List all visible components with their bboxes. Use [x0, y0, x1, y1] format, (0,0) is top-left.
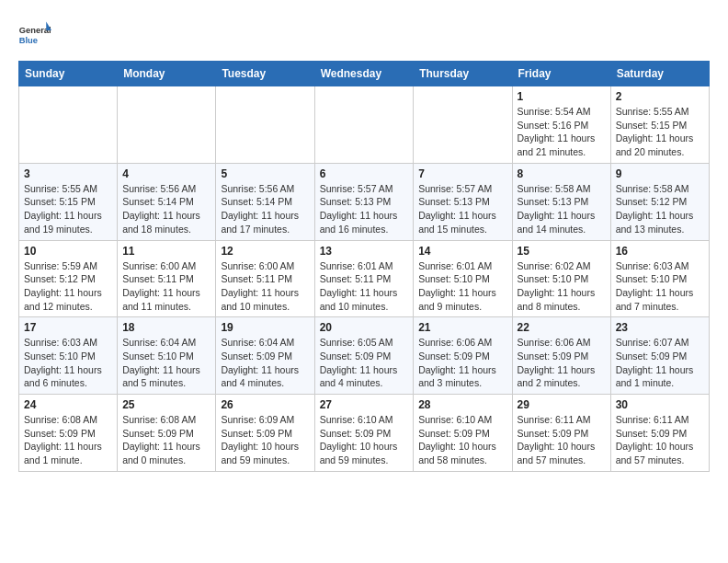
day-info: Sunrise: 6:03 AM Sunset: 5:10 PM Dayligh…: [24, 336, 112, 390]
day-info: Sunrise: 6:00 AM Sunset: 5:11 PM Dayligh…: [221, 259, 309, 314]
calendar-week-row: 10Sunrise: 5:59 AM Sunset: 5:12 PM Dayli…: [19, 240, 710, 317]
day-info: Sunrise: 6:06 AM Sunset: 5:09 PM Dayligh…: [418, 336, 506, 390]
weekday-header: Sunday: [19, 62, 118, 86]
day-number: 3: [24, 167, 112, 180]
calendar-cell: 12Sunrise: 6:00 AM Sunset: 5:11 PM Dayli…: [216, 240, 314, 317]
calendar-week-row: 3Sunrise: 5:55 AM Sunset: 5:15 PM Daylig…: [19, 163, 710, 240]
day-number: 24: [24, 398, 112, 411]
day-info: Sunrise: 6:01 AM Sunset: 5:10 PM Dayligh…: [418, 259, 506, 314]
day-number: 30: [616, 398, 704, 411]
day-number: 29: [518, 398, 606, 411]
calendar-cell: 8Sunrise: 5:58 AM Sunset: 5:13 PM Daylig…: [512, 163, 610, 240]
calendar-cell: 1Sunrise: 5:54 AM Sunset: 5:16 PM Daylig…: [512, 86, 610, 164]
day-number: 22: [518, 321, 606, 334]
day-info: Sunrise: 6:10 AM Sunset: 5:09 PM Dayligh…: [320, 413, 409, 467]
day-info: Sunrise: 6:10 AM Sunset: 5:09 PM Dayligh…: [418, 413, 506, 467]
day-number: 21: [418, 321, 506, 334]
day-info: Sunrise: 5:58 AM Sunset: 5:12 PM Dayligh…: [616, 182, 704, 236]
day-number: 15: [518, 245, 606, 258]
day-info: Sunrise: 6:04 AM Sunset: 5:10 PM Dayligh…: [122, 336, 210, 390]
calendar-cell: 3Sunrise: 5:55 AM Sunset: 5:15 PM Daylig…: [19, 163, 118, 240]
calendar-cell: [19, 86, 118, 164]
weekday-header-row: SundayMondayTuesdayWednesdayThursdayFrid…: [19, 62, 710, 86]
calendar-cell: 16Sunrise: 6:03 AM Sunset: 5:10 PM Dayli…: [610, 240, 709, 317]
calendar-cell: 27Sunrise: 6:10 AM Sunset: 5:09 PM Dayli…: [314, 395, 414, 472]
calendar-cell: [414, 86, 512, 164]
day-info: Sunrise: 5:57 AM Sunset: 5:13 PM Dayligh…: [418, 182, 506, 236]
day-number: 1: [518, 90, 606, 103]
calendar-cell: 2Sunrise: 5:55 AM Sunset: 5:15 PM Daylig…: [610, 86, 709, 164]
calendar-week-row: 1Sunrise: 5:54 AM Sunset: 5:16 PM Daylig…: [19, 86, 710, 164]
day-number: 8: [518, 167, 606, 180]
day-number: 25: [122, 398, 210, 411]
calendar-cell: 13Sunrise: 6:01 AM Sunset: 5:11 PM Dayli…: [314, 240, 414, 317]
calendar-cell: 29Sunrise: 6:11 AM Sunset: 5:09 PM Dayli…: [512, 395, 610, 472]
calendar-cell: [216, 86, 314, 164]
day-number: 5: [221, 167, 309, 180]
day-info: Sunrise: 6:08 AM Sunset: 5:09 PM Dayligh…: [122, 413, 210, 467]
weekday-header: Thursday: [414, 62, 512, 86]
day-info: Sunrise: 5:55 AM Sunset: 5:15 PM Dayligh…: [616, 105, 704, 159]
page-header: General Blue: [18, 18, 710, 52]
day-number: 9: [616, 167, 704, 180]
day-number: 4: [122, 167, 210, 180]
day-info: Sunrise: 5:58 AM Sunset: 5:13 PM Dayligh…: [518, 182, 606, 236]
day-info: Sunrise: 5:57 AM Sunset: 5:13 PM Dayligh…: [320, 182, 409, 236]
calendar-cell: 24Sunrise: 6:08 AM Sunset: 5:09 PM Dayli…: [19, 395, 118, 472]
calendar-cell: 17Sunrise: 6:03 AM Sunset: 5:10 PM Dayli…: [19, 317, 118, 395]
day-number: 13: [320, 245, 409, 258]
day-info: Sunrise: 6:11 AM Sunset: 5:09 PM Dayligh…: [616, 413, 704, 467]
calendar-table: SundayMondayTuesdayWednesdayThursdayFrid…: [18, 61, 710, 472]
day-info: Sunrise: 6:03 AM Sunset: 5:10 PM Dayligh…: [616, 259, 704, 314]
day-number: 26: [221, 398, 309, 411]
day-number: 20: [320, 321, 409, 334]
logo: General Blue: [18, 18, 57, 52]
weekday-header: Friday: [512, 62, 610, 86]
day-info: Sunrise: 6:07 AM Sunset: 5:09 PM Dayligh…: [616, 336, 704, 390]
logo-icon: General Blue: [18, 18, 51, 52]
calendar-week-row: 17Sunrise: 6:03 AM Sunset: 5:10 PM Dayli…: [19, 317, 710, 395]
day-number: 18: [122, 321, 210, 334]
day-info: Sunrise: 6:06 AM Sunset: 5:09 PM Dayligh…: [518, 336, 606, 390]
day-number: 19: [221, 321, 309, 334]
day-number: 6: [320, 167, 409, 180]
calendar-cell: [118, 86, 216, 164]
calendar-cell: 30Sunrise: 6:11 AM Sunset: 5:09 PM Dayli…: [610, 395, 709, 472]
day-info: Sunrise: 6:00 AM Sunset: 5:11 PM Dayligh…: [122, 259, 210, 314]
calendar-cell: 20Sunrise: 6:05 AM Sunset: 5:09 PM Dayli…: [314, 317, 414, 395]
calendar-cell: 21Sunrise: 6:06 AM Sunset: 5:09 PM Dayli…: [414, 317, 512, 395]
svg-text:Blue: Blue: [19, 36, 38, 45]
day-number: 23: [616, 321, 704, 334]
calendar-cell: 10Sunrise: 5:59 AM Sunset: 5:12 PM Dayli…: [19, 240, 118, 317]
day-info: Sunrise: 5:56 AM Sunset: 5:14 PM Dayligh…: [122, 182, 210, 236]
calendar-cell: 25Sunrise: 6:08 AM Sunset: 5:09 PM Dayli…: [118, 395, 216, 472]
calendar-cell: 9Sunrise: 5:58 AM Sunset: 5:12 PM Daylig…: [610, 163, 709, 240]
calendar-cell: 5Sunrise: 5:56 AM Sunset: 5:14 PM Daylig…: [216, 163, 314, 240]
day-number: 28: [418, 398, 506, 411]
day-info: Sunrise: 6:05 AM Sunset: 5:09 PM Dayligh…: [320, 336, 409, 390]
day-info: Sunrise: 6:08 AM Sunset: 5:09 PM Dayligh…: [24, 413, 112, 467]
day-number: 27: [320, 398, 409, 411]
calendar-cell: 18Sunrise: 6:04 AM Sunset: 5:10 PM Dayli…: [118, 317, 216, 395]
calendar-cell: 11Sunrise: 6:00 AM Sunset: 5:11 PM Dayli…: [118, 240, 216, 317]
calendar-cell: 14Sunrise: 6:01 AM Sunset: 5:10 PM Dayli…: [414, 240, 512, 317]
day-number: 12: [221, 245, 309, 258]
day-info: Sunrise: 6:11 AM Sunset: 5:09 PM Dayligh…: [518, 413, 606, 467]
day-info: Sunrise: 6:02 AM Sunset: 5:10 PM Dayligh…: [518, 259, 606, 314]
weekday-header: Tuesday: [216, 62, 314, 86]
weekday-header: Wednesday: [314, 62, 414, 86]
day-number: 14: [418, 245, 506, 258]
calendar-cell: 19Sunrise: 6:04 AM Sunset: 5:09 PM Dayli…: [216, 317, 314, 395]
calendar-cell: 22Sunrise: 6:06 AM Sunset: 5:09 PM Dayli…: [512, 317, 610, 395]
day-info: Sunrise: 6:01 AM Sunset: 5:11 PM Dayligh…: [320, 259, 409, 314]
day-info: Sunrise: 5:55 AM Sunset: 5:15 PM Dayligh…: [24, 182, 112, 236]
calendar-cell: 28Sunrise: 6:10 AM Sunset: 5:09 PM Dayli…: [414, 395, 512, 472]
day-info: Sunrise: 6:09 AM Sunset: 5:09 PM Dayligh…: [221, 413, 309, 467]
calendar-cell: 7Sunrise: 5:57 AM Sunset: 5:13 PM Daylig…: [414, 163, 512, 240]
calendar-cell: 6Sunrise: 5:57 AM Sunset: 5:13 PM Daylig…: [314, 163, 414, 240]
day-info: Sunrise: 5:54 AM Sunset: 5:16 PM Dayligh…: [518, 105, 606, 159]
calendar-cell: 4Sunrise: 5:56 AM Sunset: 5:14 PM Daylig…: [118, 163, 216, 240]
calendar-week-row: 24Sunrise: 6:08 AM Sunset: 5:09 PM Dayli…: [19, 395, 710, 472]
day-info: Sunrise: 6:04 AM Sunset: 5:09 PM Dayligh…: [221, 336, 309, 390]
calendar-cell: 23Sunrise: 6:07 AM Sunset: 5:09 PM Dayli…: [610, 317, 709, 395]
